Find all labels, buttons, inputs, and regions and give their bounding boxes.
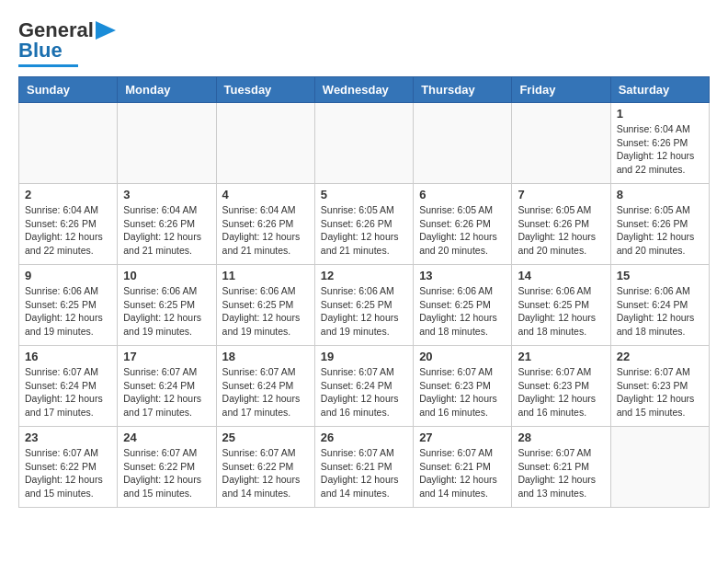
calendar-day-cell: 8Sunrise: 6:05 AM Sunset: 6:26 PM Daylig…: [610, 184, 709, 265]
day-info: Sunrise: 6:07 AM Sunset: 6:22 PM Dayligh…: [222, 446, 309, 500]
logo: General Blue: [18, 18, 116, 67]
calendar-day-cell: 12Sunrise: 6:06 AM Sunset: 6:25 PM Dayli…: [314, 265, 413, 346]
calendar-day-cell: 25Sunrise: 6:07 AM Sunset: 6:22 PM Dayli…: [216, 427, 314, 508]
calendar-day-cell: [19, 103, 118, 184]
day-number: 20: [419, 350, 506, 363]
calendar-day-cell: 10Sunrise: 6:06 AM Sunset: 6:25 PM Dayli…: [118, 265, 216, 346]
day-number: 10: [123, 269, 210, 282]
day-number: 5: [321, 188, 407, 201]
calendar-day-cell: [216, 103, 314, 184]
day-info: Sunrise: 6:07 AM Sunset: 6:23 PM Dayligh…: [617, 365, 703, 419]
day-info: Sunrise: 6:07 AM Sunset: 6:22 PM Dayligh…: [25, 446, 111, 500]
calendar-day-cell: 26Sunrise: 6:07 AM Sunset: 6:21 PM Dayli…: [314, 427, 413, 508]
calendar-day-cell: 24Sunrise: 6:07 AM Sunset: 6:22 PM Dayli…: [118, 427, 216, 508]
day-number: 2: [25, 188, 111, 201]
calendar-day-cell: 23Sunrise: 6:07 AM Sunset: 6:22 PM Dayli…: [19, 427, 118, 508]
day-info: Sunrise: 6:06 AM Sunset: 6:25 PM Dayligh…: [222, 284, 309, 339]
day-info: Sunrise: 6:07 AM Sunset: 6:23 PM Dayligh…: [419, 365, 506, 419]
day-info: Sunrise: 6:07 AM Sunset: 6:24 PM Dayligh…: [25, 365, 111, 419]
logo-arrow-icon: [96, 21, 116, 40]
calendar-day-cell: 27Sunrise: 6:07 AM Sunset: 6:21 PM Dayli…: [414, 427, 512, 508]
day-number: 3: [123, 188, 210, 201]
day-number: 15: [617, 269, 703, 282]
calendar-week-row: 9Sunrise: 6:06 AM Sunset: 6:25 PM Daylig…: [19, 265, 710, 346]
calendar-day-cell: 17Sunrise: 6:07 AM Sunset: 6:24 PM Dayli…: [118, 346, 216, 427]
day-info: Sunrise: 6:07 AM Sunset: 6:24 PM Dayligh…: [321, 365, 407, 419]
day-info: Sunrise: 6:06 AM Sunset: 6:25 PM Dayligh…: [321, 284, 407, 339]
day-number: 18: [222, 350, 309, 363]
calendar-day-cell: 28Sunrise: 6:07 AM Sunset: 6:21 PM Dayli…: [512, 427, 610, 508]
day-info: Sunrise: 6:07 AM Sunset: 6:22 PM Dayligh…: [123, 446, 210, 500]
day-number: 23: [25, 431, 111, 444]
calendar-day-cell: [512, 103, 610, 184]
page-header: General Blue: [18, 18, 710, 67]
calendar-day-cell: 9Sunrise: 6:06 AM Sunset: 6:25 PM Daylig…: [19, 265, 118, 346]
weekday-header: Sunday: [19, 77, 118, 103]
calendar-header-row: SundayMondayTuesdayWednesdayThursdayFrid…: [19, 77, 710, 103]
day-number: 19: [321, 350, 407, 363]
day-number: 26: [321, 431, 407, 444]
day-info: Sunrise: 6:07 AM Sunset: 6:21 PM Dayligh…: [321, 446, 407, 500]
weekday-header: Tuesday: [216, 77, 314, 103]
calendar-day-cell: 2Sunrise: 6:04 AM Sunset: 6:26 PM Daylig…: [19, 184, 118, 265]
day-number: 25: [222, 431, 309, 444]
calendar-week-row: 1Sunrise: 6:04 AM Sunset: 6:26 PM Daylig…: [19, 103, 710, 184]
day-info: Sunrise: 6:05 AM Sunset: 6:26 PM Dayligh…: [419, 203, 506, 258]
day-number: 4: [222, 188, 309, 201]
weekday-header: Friday: [512, 77, 610, 103]
day-info: Sunrise: 6:06 AM Sunset: 6:25 PM Dayligh…: [518, 284, 604, 339]
day-number: 12: [321, 269, 407, 282]
calendar-day-cell: 14Sunrise: 6:06 AM Sunset: 6:25 PM Dayli…: [512, 265, 610, 346]
day-info: Sunrise: 6:06 AM Sunset: 6:25 PM Dayligh…: [123, 284, 210, 339]
weekday-header: Thursday: [414, 77, 512, 103]
day-number: 21: [518, 350, 604, 363]
calendar-day-cell: 4Sunrise: 6:04 AM Sunset: 6:26 PM Daylig…: [216, 184, 314, 265]
weekday-header: Saturday: [610, 77, 709, 103]
calendar-day-cell: 3Sunrise: 6:04 AM Sunset: 6:26 PM Daylig…: [118, 184, 216, 265]
day-info: Sunrise: 6:07 AM Sunset: 6:24 PM Dayligh…: [222, 365, 309, 419]
calendar-week-row: 16Sunrise: 6:07 AM Sunset: 6:24 PM Dayli…: [19, 346, 710, 427]
weekday-header: Wednesday: [314, 77, 413, 103]
day-info: Sunrise: 6:06 AM Sunset: 6:25 PM Dayligh…: [419, 284, 506, 339]
calendar-day-cell: [414, 103, 512, 184]
day-number: 22: [617, 350, 703, 363]
day-info: Sunrise: 6:06 AM Sunset: 6:24 PM Dayligh…: [617, 284, 703, 339]
calendar-week-row: 2Sunrise: 6:04 AM Sunset: 6:26 PM Daylig…: [19, 184, 710, 265]
svg-marker-0: [96, 21, 116, 40]
day-number: 17: [123, 350, 210, 363]
day-number: 11: [222, 269, 309, 282]
calendar-day-cell: [314, 103, 413, 184]
day-number: 7: [518, 188, 604, 201]
day-info: Sunrise: 6:04 AM Sunset: 6:26 PM Dayligh…: [25, 203, 111, 258]
calendar-day-cell: 1Sunrise: 6:04 AM Sunset: 6:26 PM Daylig…: [610, 103, 709, 184]
day-info: Sunrise: 6:07 AM Sunset: 6:21 PM Dayligh…: [518, 446, 604, 500]
day-info: Sunrise: 6:06 AM Sunset: 6:25 PM Dayligh…: [25, 284, 111, 339]
day-info: Sunrise: 6:07 AM Sunset: 6:23 PM Dayligh…: [518, 365, 604, 419]
day-info: Sunrise: 6:05 AM Sunset: 6:26 PM Dayligh…: [321, 203, 407, 258]
day-number: 14: [518, 269, 604, 282]
calendar-day-cell: 16Sunrise: 6:07 AM Sunset: 6:24 PM Dayli…: [19, 346, 118, 427]
calendar-day-cell: 7Sunrise: 6:05 AM Sunset: 6:26 PM Daylig…: [512, 184, 610, 265]
day-info: Sunrise: 6:05 AM Sunset: 6:26 PM Dayligh…: [617, 203, 703, 258]
day-info: Sunrise: 6:04 AM Sunset: 6:26 PM Dayligh…: [222, 203, 309, 258]
day-number: 13: [419, 269, 506, 282]
day-info: Sunrise: 6:07 AM Sunset: 6:21 PM Dayligh…: [419, 446, 506, 500]
calendar-table: SundayMondayTuesdayWednesdayThursdayFrid…: [18, 76, 710, 508]
logo-underline: [18, 64, 78, 67]
calendar-day-cell: 15Sunrise: 6:06 AM Sunset: 6:24 PM Dayli…: [610, 265, 709, 346]
day-info: Sunrise: 6:07 AM Sunset: 6:24 PM Dayligh…: [123, 365, 210, 419]
calendar-day-cell: 11Sunrise: 6:06 AM Sunset: 6:25 PM Dayli…: [216, 265, 314, 346]
day-info: Sunrise: 6:04 AM Sunset: 6:26 PM Dayligh…: [617, 122, 703, 177]
day-number: 24: [123, 431, 210, 444]
calendar-day-cell: [610, 427, 709, 508]
calendar-day-cell: 5Sunrise: 6:05 AM Sunset: 6:26 PM Daylig…: [314, 184, 413, 265]
day-info: Sunrise: 6:04 AM Sunset: 6:26 PM Dayligh…: [123, 203, 210, 258]
calendar-day-cell: 22Sunrise: 6:07 AM Sunset: 6:23 PM Dayli…: [610, 346, 709, 427]
day-number: 8: [617, 188, 703, 201]
day-number: 28: [518, 431, 604, 444]
calendar-day-cell: 19Sunrise: 6:07 AM Sunset: 6:24 PM Dayli…: [314, 346, 413, 427]
weekday-header: Monday: [118, 77, 216, 103]
calendar-day-cell: [118, 103, 216, 184]
calendar-day-cell: 13Sunrise: 6:06 AM Sunset: 6:25 PM Dayli…: [414, 265, 512, 346]
calendar-day-cell: 6Sunrise: 6:05 AM Sunset: 6:26 PM Daylig…: [414, 184, 512, 265]
